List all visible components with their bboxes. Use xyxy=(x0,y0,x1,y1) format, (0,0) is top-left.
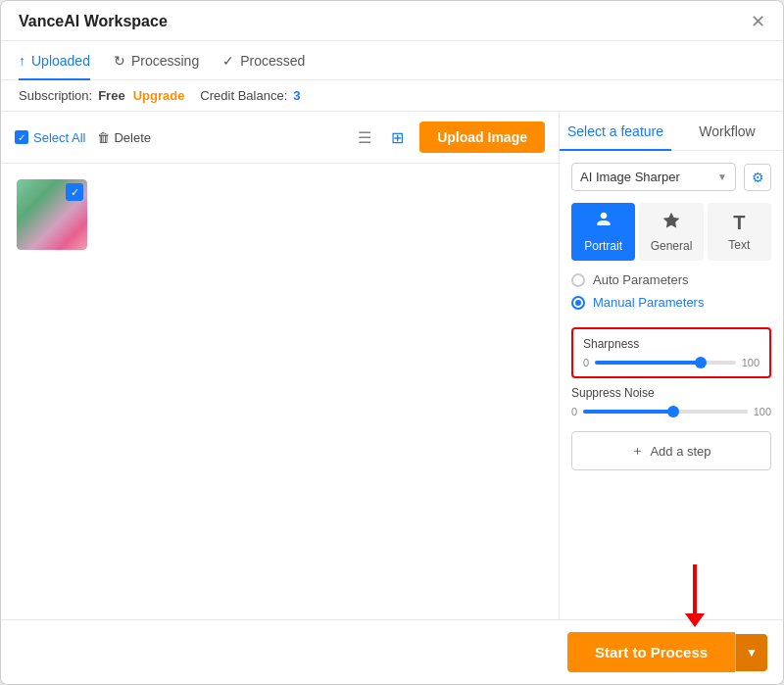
sharpness-slider-group: Sharpness 0 100 xyxy=(571,327,771,378)
image-grid: ✓ xyxy=(1,164,559,619)
select-all-checkbox[interactable]: ✓ Select All xyxy=(15,130,85,145)
right-content: AI Image Sharper ▼ ⚙ Portrait xyxy=(560,151,783,619)
arrow-indicator xyxy=(685,564,705,627)
params-section: Auto Parameters Manual Parameters xyxy=(571,272,771,318)
sharpness-slider-row: 0 100 xyxy=(583,357,760,368)
sharpness-max: 100 xyxy=(742,357,760,368)
thumbnail-check-icon: ✓ xyxy=(66,183,83,201)
upload-tab-icon: ↑ xyxy=(19,53,25,69)
grid-view-button[interactable]: ⊞ xyxy=(387,126,408,149)
suppress-slider-row: 0 100 xyxy=(571,406,771,417)
tab-processed-label: Processed xyxy=(240,53,305,69)
arrow-shaft xyxy=(693,564,697,613)
credit-number: 3 xyxy=(293,88,300,103)
dropdown-caret-icon: ▼ xyxy=(717,171,727,182)
tab-select-feature[interactable]: Select a feature xyxy=(560,112,671,151)
checkbox-icon: ✓ xyxy=(15,130,28,144)
upload-image-button[interactable]: Upload Image xyxy=(419,122,545,153)
tab-processing-label: Processing xyxy=(131,53,199,69)
suppress-max: 100 xyxy=(754,406,771,417)
delete-button[interactable]: 🗑 Delete xyxy=(97,130,151,145)
processed-tab-icon: ✓ xyxy=(222,53,234,69)
mode-tabs: Portrait General T Text xyxy=(571,203,771,261)
plus-icon: ＋ xyxy=(631,442,644,460)
suppress-fill xyxy=(583,410,673,414)
tab-workflow[interactable]: Workflow xyxy=(671,112,783,151)
trash-icon: 🗑 xyxy=(97,130,110,145)
mode-general[interactable]: General xyxy=(639,203,703,261)
workflow-label: Workflow xyxy=(699,123,755,139)
processing-tab-icon: ↻ xyxy=(114,53,125,69)
sharpness-thumb[interactable] xyxy=(695,357,707,368)
upgrade-link[interactable]: Upgrade xyxy=(133,88,185,103)
start-caret-button[interactable]: ▼ xyxy=(735,634,767,671)
portrait-label: Portrait xyxy=(584,239,622,253)
left-panel: ✓ Select All 🗑 Delete ☰ ⊞ Upload Image ✓ xyxy=(1,112,560,619)
subscription-plan: Free xyxy=(98,88,124,103)
text-label: Text xyxy=(728,238,750,252)
feature-selector: AI Image Sharper ▼ ⚙ xyxy=(571,163,771,191)
auto-params-radio[interactable] xyxy=(571,273,585,287)
sharpness-min: 0 xyxy=(583,357,589,368)
feature-dropdown[interactable]: AI Image Sharper ▼ xyxy=(571,163,736,191)
general-icon xyxy=(662,211,681,235)
image-thumbnail[interactable]: ✓ xyxy=(17,179,87,250)
suppress-noise-slider-group: Suppress Noise 0 100 xyxy=(571,386,771,417)
add-step-label: Add a step xyxy=(650,444,710,459)
credit-label: Credit Balance: xyxy=(200,88,287,103)
bottom-bar: Start to Process ▼ xyxy=(1,619,783,684)
main-window: VanceAI Workspace ✕ ↑ Uploaded ↻ Process… xyxy=(0,0,784,685)
main-content: ✓ Select All 🗑 Delete ☰ ⊞ Upload Image ✓ xyxy=(1,112,783,619)
feature-workflow-tabs: Select a feature Workflow xyxy=(560,112,783,151)
tab-processing[interactable]: ↻ Processing xyxy=(114,41,199,80)
subscription-label: Subscription: xyxy=(19,88,92,103)
subscription-bar: Subscription: Free Upgrade Credit Balanc… xyxy=(1,80,783,112)
general-label: General xyxy=(651,239,693,253)
manual-params-label: Manual Parameters xyxy=(593,295,704,310)
toolbar: ✓ Select All 🗑 Delete ☰ ⊞ Upload Image xyxy=(1,112,559,164)
right-panel: Select a feature Workflow AI Image Sharp… xyxy=(560,112,783,619)
settings-icon[interactable]: ⚙ xyxy=(744,164,771,191)
title-bar: VanceAI Workspace ✕ xyxy=(1,1,783,41)
manual-params-row: Manual Parameters xyxy=(571,295,771,310)
select-feature-label: Select a feature xyxy=(567,123,663,139)
list-view-button[interactable]: ☰ xyxy=(354,126,375,149)
arrow-head xyxy=(685,613,705,627)
feature-dropdown-value: AI Image Sharper xyxy=(580,170,680,184)
close-button[interactable]: ✕ xyxy=(751,13,765,30)
auto-params-row: Auto Parameters xyxy=(571,272,771,287)
tab-uploaded[interactable]: ↑ Uploaded xyxy=(19,41,90,80)
manual-params-radio[interactable] xyxy=(571,296,585,310)
sharpness-label: Sharpness xyxy=(583,337,760,351)
delete-label: Delete xyxy=(114,130,151,145)
mode-portrait[interactable]: Portrait xyxy=(571,203,635,261)
window-title: VanceAI Workspace xyxy=(19,13,168,30)
tab-uploaded-label: Uploaded xyxy=(31,53,90,69)
select-all-label: Select All xyxy=(33,130,85,145)
text-mode-icon: T xyxy=(733,212,745,234)
sharpness-track[interactable] xyxy=(595,361,736,365)
mode-text[interactable]: T Text xyxy=(708,203,771,261)
suppress-track[interactable] xyxy=(583,410,748,414)
suppress-min: 0 xyxy=(571,406,577,417)
auto-params-label: Auto Parameters xyxy=(593,272,689,287)
suppress-noise-label: Suppress Noise xyxy=(571,386,771,400)
start-process-button[interactable]: Start to Process xyxy=(567,632,735,672)
tabs-bar: ↑ Uploaded ↻ Processing ✓ Processed xyxy=(1,41,783,80)
add-step-button[interactable]: ＋ Add a step xyxy=(571,431,771,470)
portrait-icon xyxy=(594,211,613,235)
suppress-thumb[interactable] xyxy=(667,406,679,417)
sharpness-fill xyxy=(595,361,701,365)
tab-processed[interactable]: ✓ Processed xyxy=(222,41,305,80)
